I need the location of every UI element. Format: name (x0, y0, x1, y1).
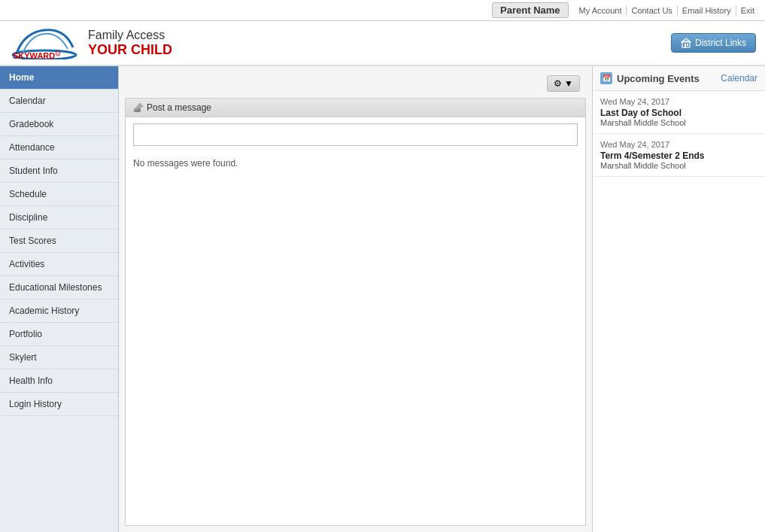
sidebar-item-home[interactable]: Home (0, 66, 118, 90)
contact-us-link[interactable]: Contact Us (627, 5, 677, 16)
sidebar: HomeCalendarGradebookAttendanceStudent I… (0, 66, 119, 532)
calendar-link[interactable]: Calendar (721, 73, 757, 84)
event-school-0: Marshall Middle School (600, 118, 757, 127)
top-navigation: Parent Name My Account Contact Us Email … (0, 0, 765, 21)
panel-toolbar: ⚙ ▼ (125, 72, 586, 92)
event-title-0[interactable]: Last Day of School (600, 108, 757, 118)
app-name: Family Access (88, 29, 172, 42)
svg-text:®: ® (13, 51, 19, 59)
event-item-1: Wed May 24, 2017Term 4/Semester 2 EndsMa… (593, 134, 765, 177)
sidebar-item-activities[interactable]: Activities (0, 253, 118, 276)
pencil-icon (133, 102, 144, 113)
gear-icon: ⚙ (554, 78, 562, 89)
logo-area: SKYWARD ® R Family Access YOUR CHILD (9, 26, 172, 59)
parent-name-badge: Parent Name (492, 2, 568, 18)
sidebar-item-login-history[interactable]: Login History (0, 393, 118, 416)
sidebar-item-skylert[interactable]: Skylert (0, 346, 118, 369)
svg-text:R: R (57, 52, 59, 56)
message-input[interactable] (133, 123, 578, 146)
calendar-icon: 📅 (600, 72, 612, 84)
sidebar-item-test-scores[interactable]: Test Scores (0, 230, 118, 253)
sidebar-item-discipline[interactable]: Discipline (0, 206, 118, 230)
events-header-left: 📅 Upcoming Events (600, 72, 700, 84)
building-icon (681, 38, 691, 48)
sidebar-item-gradebook[interactable]: Gradebook (0, 113, 118, 136)
sidebar-item-educational-milestones[interactable]: Educational Milestones (0, 276, 118, 299)
sidebar-item-health-info[interactable]: Health Info (0, 369, 118, 393)
event-date-1: Wed May 24, 2017 (600, 140, 757, 149)
events-panel: 📅 Upcoming Events Calendar Wed May 24, 2… (592, 66, 765, 532)
my-account-link[interactable]: My Account (575, 5, 627, 16)
district-links-button[interactable]: District Links (671, 33, 756, 53)
child-name: YOUR CHILD (88, 42, 172, 58)
event-item-0: Wed May 24, 2017Last Day of SchoolMarsha… (593, 91, 765, 134)
sidebar-item-student-info[interactable]: Student Info (0, 160, 118, 183)
event-school-1: Marshall Middle School (600, 161, 757, 170)
gear-dropdown-icon: ▼ (564, 78, 573, 89)
sidebar-item-calendar[interactable]: Calendar (0, 90, 118, 113)
sidebar-item-attendance[interactable]: Attendance (0, 136, 118, 160)
skyward-logo: SKYWARD ® R (9, 26, 80, 59)
message-panel: Post a message No messages were found. (125, 98, 586, 526)
main-layout: HomeCalendarGradebookAttendanceStudent I… (0, 66, 765, 532)
events-title: Upcoming Events (617, 73, 700, 84)
app-header: SKYWARD ® R Family Access YOUR CHILD Dis… (0, 21, 765, 66)
post-message-label: Post a message (147, 102, 211, 113)
message-panel-header: Post a message (126, 99, 585, 117)
district-links-label: District Links (695, 38, 746, 48)
events-header: 📅 Upcoming Events Calendar (593, 66, 765, 91)
event-date-0: Wed May 24, 2017 (600, 97, 757, 106)
no-messages-text: No messages were found. (126, 152, 585, 175)
content-area: ⚙ ▼ Post a message No messages were foun… (119, 66, 592, 532)
gear-settings-button[interactable]: ⚙ ▼ (547, 75, 580, 92)
sidebar-item-schedule[interactable]: Schedule (0, 183, 118, 206)
svg-text:SKYWARD: SKYWARD (13, 51, 55, 59)
email-history-link[interactable]: Email History (678, 5, 736, 16)
svg-rect-8 (687, 44, 688, 46)
exit-link[interactable]: Exit (736, 5, 759, 16)
sidebar-item-academic-history[interactable]: Academic History (0, 299, 118, 323)
event-title-1[interactable]: Term 4/Semester 2 Ends (600, 150, 757, 161)
logo-text-area: Family Access YOUR CHILD (88, 29, 172, 58)
post-message-button[interactable]: Post a message (133, 102, 211, 113)
events-list: Wed May 24, 2017Last Day of SchoolMarsha… (593, 91, 765, 177)
sidebar-item-portfolio[interactable]: Portfolio (0, 323, 118, 346)
svg-rect-7 (685, 44, 686, 47)
